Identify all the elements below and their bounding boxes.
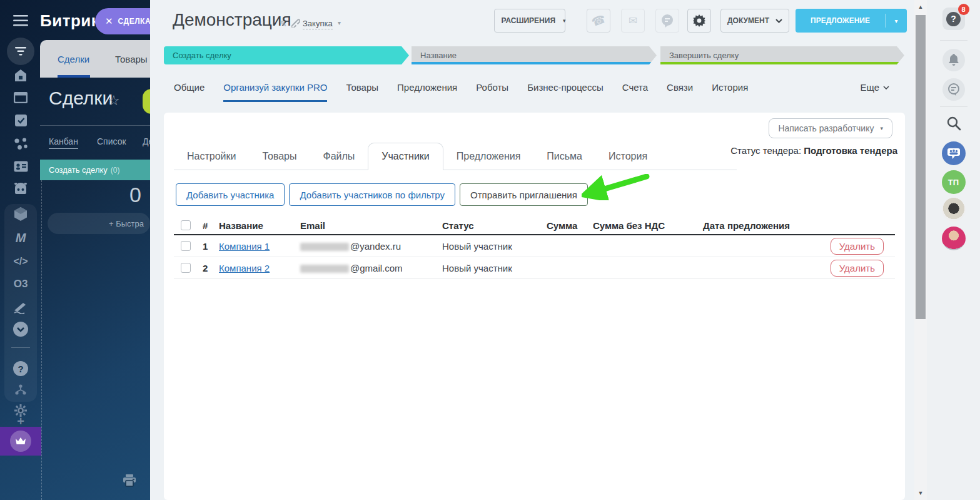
table-header-row: # Название Email Статус Сумма Сумма без … bbox=[174, 217, 895, 235]
collapse-chevron-icon[interactable] bbox=[0, 320, 41, 338]
view-tab-activities[interactable]: Де bbox=[143, 136, 150, 146]
sites-icon[interactable] bbox=[0, 91, 41, 105]
document-button[interactable]: ДОКУМЕНТ bbox=[720, 9, 789, 33]
tab-general[interactable]: Общие bbox=[174, 82, 205, 100]
card-tab-letters[interactable]: Письма bbox=[533, 143, 595, 170]
tab-products[interactable]: Товары bbox=[346, 82, 378, 100]
participant-status: Новый участник bbox=[442, 241, 547, 252]
market-m-icon[interactable]: M bbox=[0, 230, 41, 245]
bot-icon[interactable] bbox=[0, 181, 41, 196]
card-tab-history[interactable]: История bbox=[595, 143, 660, 170]
card-tab-offers[interactable]: Предложения bbox=[443, 143, 534, 170]
bitrix-logo[interactable]: Битрик bbox=[40, 11, 99, 31]
select-all-checkbox[interactable] bbox=[181, 220, 191, 230]
tab-organize-procurement-pro[interactable]: Организуй закупки PRO bbox=[223, 82, 327, 102]
settings-button[interactable] bbox=[687, 9, 711, 33]
store-icon[interactable] bbox=[0, 68, 41, 83]
tab-business-processes[interactable]: Бизнес-процессы bbox=[527, 82, 604, 100]
stage-progress-bar bbox=[412, 62, 657, 64]
copy-link-icon[interactable] bbox=[291, 19, 300, 30]
scrollbar-thumb[interactable] bbox=[916, 15, 926, 319]
row-checkbox[interactable] bbox=[181, 241, 191, 251]
crm-funnel-icon[interactable] bbox=[0, 38, 41, 65]
col-name: Название bbox=[219, 220, 300, 231]
tab-deals[interactable]: Сделки bbox=[58, 40, 89, 78]
add-deal-button-edge[interactable] bbox=[143, 89, 150, 114]
messenger-button[interactable] bbox=[942, 78, 965, 101]
stage-name[interactable]: Название bbox=[412, 46, 657, 64]
scroll-up-icon[interactable]: ▲ bbox=[914, 4, 927, 10]
deal-category-selector[interactable]: Закупка bbox=[303, 19, 333, 29]
blurred-email-local-part bbox=[300, 265, 349, 273]
kanban-column-total: 0 bbox=[40, 183, 141, 207]
structure-tree-icon[interactable] bbox=[0, 383, 41, 397]
notifications-button[interactable] bbox=[942, 49, 965, 71]
network-icon[interactable] bbox=[0, 136, 41, 151]
company-logo-avatar[interactable] bbox=[942, 198, 966, 222]
search-button[interactable] bbox=[944, 114, 963, 133]
table-row: 2 Компания 2 @gmail.com Новый участник У… bbox=[174, 257, 895, 279]
add-plus-icon[interactable]: + bbox=[0, 414, 41, 428]
send-invitations-button[interactable]: Отправить приглашения bbox=[460, 183, 588, 206]
phone-icon: ☎ bbox=[590, 12, 608, 29]
delete-button[interactable]: Удалить bbox=[831, 238, 884, 255]
tab-quotes[interactable]: Предложения bbox=[397, 82, 457, 100]
scroll-down-icon[interactable]: ▼ bbox=[914, 490, 927, 496]
deal-slider-panel: Демонстрация ✎ Закупка ▾ РАСШИРЕНИЯ ▾ ☎ … bbox=[150, 0, 914, 500]
contacts-card-icon[interactable] bbox=[0, 160, 41, 173]
view-tab-kanban[interactable]: Канбан bbox=[49, 136, 78, 149]
favorite-star-icon[interactable]: ☆ bbox=[108, 93, 120, 109]
stage-finish-deal[interactable]: Завершить сделку bbox=[660, 46, 904, 64]
view-tab-list[interactable]: Список bbox=[97, 136, 126, 146]
chevron-down-icon[interactable]: ▾ bbox=[563, 18, 566, 24]
extensions-button[interactable]: РАСШИРЕНИЯ ▾ bbox=[494, 9, 565, 33]
help-button[interactable]: ? 8 bbox=[942, 8, 965, 30]
tp-avatar[interactable]: ТП bbox=[942, 170, 966, 194]
tab-more[interactable]: Еще bbox=[860, 82, 889, 93]
kanban-column-edge bbox=[41, 180, 42, 500]
menu-hamburger-icon[interactable] bbox=[0, 13, 41, 29]
printer-icon[interactable] bbox=[123, 474, 136, 489]
tab-products[interactable]: Товары bbox=[115, 40, 148, 78]
developer-code-icon[interactable]: </> bbox=[0, 254, 41, 269]
company-link[interactable]: Компания 1 bbox=[219, 241, 270, 252]
cube-icon[interactable] bbox=[0, 207, 41, 222]
tasks-icon[interactable] bbox=[0, 113, 41, 128]
participant-status: Новый участник bbox=[442, 263, 547, 273]
edit-pencil-icon[interactable]: ✎ bbox=[280, 19, 287, 29]
card-tab-settings[interactable]: Настройки bbox=[174, 143, 249, 170]
write-developer-button[interactable]: Написать разработчику ▾ bbox=[769, 118, 892, 138]
chat-bubble-icon bbox=[660, 14, 674, 28]
send-email-button[interactable]: ✉ bbox=[621, 9, 645, 33]
slider-close-badge[interactable]: ✕ СДЕЛКА bbox=[95, 8, 150, 34]
delete-button[interactable]: Удалить bbox=[831, 260, 884, 277]
support-question-icon[interactable]: ? bbox=[0, 360, 41, 377]
stage-create-deal[interactable]: Создать сделку bbox=[164, 46, 409, 64]
card-tab-participants[interactable]: Участники bbox=[368, 143, 443, 170]
chat-button[interactable] bbox=[655, 9, 679, 33]
tab-robots[interactable]: Роботы bbox=[476, 82, 508, 100]
vertical-scrollbar[interactable]: ▲ ▼ bbox=[914, 0, 927, 500]
o3-icon[interactable]: O3 bbox=[0, 277, 41, 292]
chevron-down-icon[interactable]: ▾ bbox=[886, 18, 907, 24]
user-avatar[interactable] bbox=[942, 227, 966, 250]
tab-history[interactable]: История bbox=[712, 82, 748, 100]
quick-deal-button[interactable]: + Быстра bbox=[48, 213, 150, 234]
call-phone-button[interactable]: ☎ bbox=[587, 9, 610, 33]
row-checkbox[interactable] bbox=[181, 263, 191, 273]
add-participant-button[interactable]: Добавить участника bbox=[176, 183, 285, 206]
card-tab-files[interactable]: Файлы bbox=[310, 143, 368, 170]
close-icon[interactable]: ✕ bbox=[105, 16, 113, 27]
divider bbox=[940, 106, 967, 107]
tab-invoices[interactable]: Счета bbox=[622, 82, 648, 100]
sign-pen-icon[interactable] bbox=[0, 300, 41, 315]
proposal-button[interactable]: ПРЕДЛОЖЕНИЕ ▾ bbox=[796, 9, 907, 33]
card-tabs: Настройки Товары Файлы Участники Предлож… bbox=[174, 143, 737, 170]
tariff-crown-button[interactable] bbox=[0, 427, 41, 456]
tab-links[interactable]: Связи bbox=[667, 82, 693, 100]
add-participants-by-filter-button[interactable]: Добавить участников по фильтру bbox=[289, 183, 455, 206]
kanban-column-header[interactable]: Создать сделку (0) bbox=[40, 160, 150, 180]
group-chat-avatar[interactable] bbox=[942, 141, 966, 165]
company-link[interactable]: Компания 2 bbox=[219, 263, 270, 273]
card-tab-products[interactable]: Товары bbox=[249, 143, 310, 170]
